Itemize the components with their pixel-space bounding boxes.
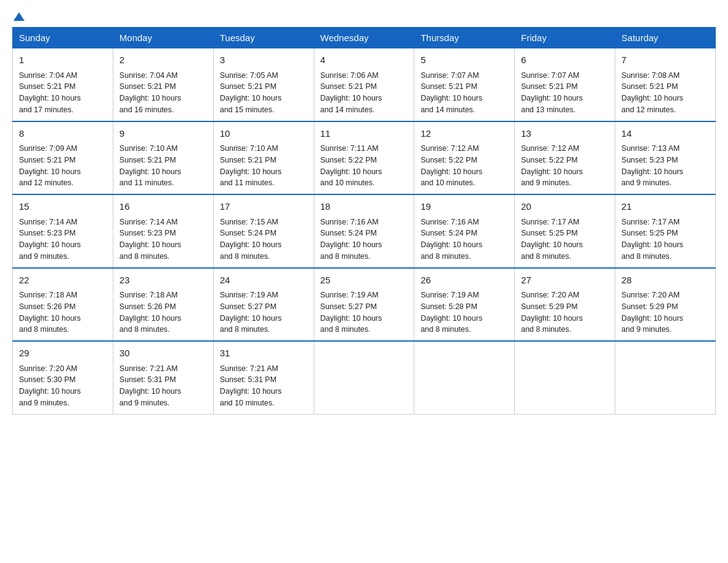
calendar-cell: 8Sunrise: 7:09 AMSunset: 5:21 PMDaylight…: [13, 121, 113, 195]
day-number: 13: [521, 127, 609, 141]
calendar-cell: 5Sunrise: 7:07 AMSunset: 5:21 PMDaylight…: [414, 48, 515, 121]
sunrise-label: Sunrise: 7:10 AM: [119, 144, 178, 153]
calendar-cell: 17Sunrise: 7:15 AMSunset: 5:24 PMDayligh…: [213, 194, 314, 268]
calendar-cell: 7Sunrise: 7:08 AMSunset: 5:21 PMDaylight…: [615, 48, 716, 121]
sunset-label: Sunset: 5:22 PM: [521, 156, 577, 164]
sunset-label: Sunset: 5:23 PM: [119, 229, 176, 237]
calendar-week-1: 1Sunrise: 7:04 AMSunset: 5:21 PMDaylight…: [13, 48, 716, 121]
sunrise-label: Sunrise: 7:06 AM: [320, 71, 379, 80]
calendar-cell: 23Sunrise: 7:18 AMSunset: 5:26 PMDayligh…: [113, 268, 213, 342]
calendar-cell: 20Sunrise: 7:17 AMSunset: 5:25 PMDayligh…: [515, 194, 615, 268]
day-number: 8: [19, 127, 107, 141]
day-number: 4: [320, 53, 408, 67]
sunset-label: Sunset: 5:23 PM: [19, 229, 75, 237]
day-number: 26: [420, 274, 508, 288]
logo: [12, 12, 25, 21]
day-number: 6: [521, 53, 609, 67]
sunset-label: Sunset: 5:21 PM: [220, 156, 276, 164]
calendar-cell: 24Sunrise: 7:19 AMSunset: 5:27 PMDayligh…: [213, 268, 314, 342]
day-number: 2: [119, 53, 207, 67]
sunrise-label: Sunrise: 7:19 AM: [320, 291, 379, 299]
sunset-label: Sunset: 5:25 PM: [521, 229, 577, 237]
daylight-minutes: and 15 minutes.: [220, 105, 275, 114]
daylight-label: Daylight: 10 hours: [220, 167, 282, 176]
daylight-label: Daylight: 10 hours: [220, 240, 282, 249]
daylight-label: Daylight: 10 hours: [521, 167, 583, 176]
daylight-minutes: and 8 minutes.: [521, 252, 571, 261]
calendar-cell: 26Sunrise: 7:19 AMSunset: 5:28 PMDayligh…: [414, 268, 515, 342]
day-number: 12: [420, 127, 508, 141]
sunrise-label: Sunrise: 7:14 AM: [119, 218, 178, 226]
sunrise-label: Sunrise: 7:20 AM: [521, 291, 579, 299]
sunrise-label: Sunrise: 7:20 AM: [621, 291, 680, 299]
sunrise-label: Sunrise: 7:05 AM: [220, 71, 278, 80]
sunrise-label: Sunrise: 7:18 AM: [19, 291, 77, 299]
logo-icon: [13, 12, 25, 21]
day-number: 30: [119, 347, 207, 361]
sunset-label: Sunset: 5:22 PM: [420, 156, 477, 164]
daylight-minutes: and 8 minutes.: [521, 325, 571, 334]
col-header-monday: Monday: [113, 28, 213, 48]
daylight-minutes: and 14 minutes.: [320, 105, 375, 114]
daylight-label: Daylight: 10 hours: [19, 167, 81, 176]
sunset-label: Sunset: 5:24 PM: [220, 229, 276, 237]
day-number: 25: [320, 274, 408, 288]
sunset-label: Sunset: 5:23 PM: [621, 156, 678, 164]
day-number: 16: [119, 200, 207, 214]
daylight-label: Daylight: 10 hours: [320, 240, 382, 249]
sunset-label: Sunset: 5:29 PM: [621, 302, 678, 311]
calendar-cell: 11Sunrise: 7:11 AMSunset: 5:22 PMDayligh…: [314, 121, 414, 195]
day-number: 15: [19, 200, 107, 214]
sunset-label: Sunset: 5:21 PM: [521, 82, 577, 91]
sunset-label: Sunset: 5:27 PM: [220, 302, 276, 311]
sunset-label: Sunset: 5:28 PM: [420, 302, 477, 311]
col-header-wednesday: Wednesday: [314, 28, 414, 48]
daylight-label: Daylight: 10 hours: [420, 240, 482, 249]
calendar-table: SundayMondayTuesdayWednesdayThursdayFrid…: [12, 27, 716, 415]
daylight-label: Daylight: 10 hours: [119, 387, 181, 396]
daylight-label: Daylight: 10 hours: [119, 94, 181, 102]
col-header-tuesday: Tuesday: [213, 28, 314, 48]
daylight-minutes: and 8 minutes.: [320, 252, 371, 261]
calendar-cell: [314, 341, 414, 414]
sunset-label: Sunset: 5:25 PM: [621, 229, 678, 237]
calendar-cell: 6Sunrise: 7:07 AMSunset: 5:21 PMDaylight…: [515, 48, 615, 121]
calendar-week-3: 15Sunrise: 7:14 AMSunset: 5:23 PMDayligh…: [13, 194, 716, 268]
sunrise-label: Sunrise: 7:04 AM: [119, 71, 178, 80]
calendar-cell: 2Sunrise: 7:04 AMSunset: 5:21 PMDaylight…: [113, 48, 213, 121]
daylight-label: Daylight: 10 hours: [220, 94, 282, 102]
calendar-cell: 13Sunrise: 7:12 AMSunset: 5:22 PMDayligh…: [515, 121, 615, 195]
daylight-minutes: and 10 minutes.: [420, 178, 475, 187]
daylight-minutes: and 12 minutes.: [621, 105, 676, 114]
sunset-label: Sunset: 5:22 PM: [320, 156, 377, 164]
sunrise-label: Sunrise: 7:17 AM: [521, 218, 579, 226]
daylight-minutes: and 9 minutes.: [19, 252, 69, 261]
page-header: [12, 12, 716, 21]
sunrise-label: Sunrise: 7:07 AM: [420, 71, 479, 80]
sunrise-label: Sunrise: 7:14 AM: [19, 218, 77, 226]
daylight-minutes: and 11 minutes.: [220, 178, 275, 187]
sunset-label: Sunset: 5:26 PM: [119, 302, 176, 311]
sunset-label: Sunset: 5:21 PM: [621, 82, 678, 91]
daylight-label: Daylight: 10 hours: [521, 314, 583, 323]
daylight-label: Daylight: 10 hours: [420, 314, 482, 323]
daylight-label: Daylight: 10 hours: [19, 240, 81, 249]
sunrise-label: Sunrise: 7:20 AM: [19, 364, 77, 373]
day-number: 17: [220, 200, 308, 214]
calendar-cell: 21Sunrise: 7:17 AMSunset: 5:25 PMDayligh…: [615, 194, 716, 268]
daylight-minutes: and 10 minutes.: [220, 399, 275, 407]
daylight-label: Daylight: 10 hours: [220, 314, 282, 323]
daylight-minutes: and 12 minutes.: [19, 178, 74, 187]
daylight-minutes: and 8 minutes.: [420, 325, 471, 334]
day-number: 14: [621, 127, 709, 141]
sunrise-label: Sunrise: 7:19 AM: [420, 291, 479, 299]
daylight-label: Daylight: 10 hours: [320, 314, 382, 323]
calendar-cell: 18Sunrise: 7:16 AMSunset: 5:24 PMDayligh…: [314, 194, 414, 268]
sunrise-label: Sunrise: 7:17 AM: [621, 218, 680, 226]
col-header-thursday: Thursday: [414, 28, 515, 48]
sunset-label: Sunset: 5:24 PM: [420, 229, 477, 237]
day-number: 29: [19, 347, 107, 361]
daylight-minutes: and 8 minutes.: [19, 325, 69, 334]
calendar-cell: 28Sunrise: 7:20 AMSunset: 5:29 PMDayligh…: [615, 268, 716, 342]
calendar-cell: 1Sunrise: 7:04 AMSunset: 5:21 PMDaylight…: [13, 48, 113, 121]
